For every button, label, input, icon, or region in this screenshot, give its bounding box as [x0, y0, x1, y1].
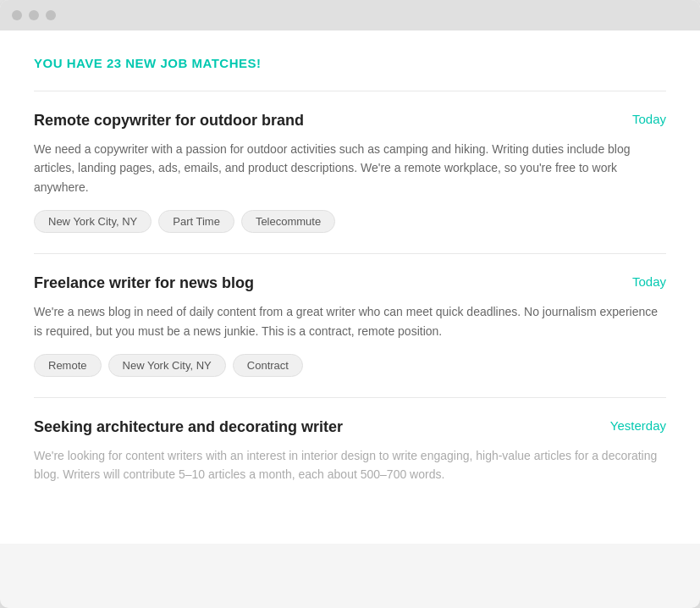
job-tags-2: RemoteNew York City, NYContract: [34, 354, 666, 377]
job-title-2: Freelance writer for news blog: [34, 274, 254, 292]
job-card-3[interactable]: Seeking architecture and decorating writ…: [34, 397, 666, 518]
job-title-1: Remote copywriter for outdoor brand: [34, 112, 304, 130]
tag-2-1[interactable]: New York City, NY: [108, 354, 226, 377]
job-header-3: Seeking architecture and decorating writ…: [34, 418, 666, 436]
job-card-2[interactable]: Freelance writer for news blogTodayWe're…: [34, 253, 666, 397]
job-date-3: Yesterday: [610, 418, 666, 433]
window-dot-2: [29, 10, 39, 20]
window-dot-3: [46, 10, 56, 20]
job-title-3: Seeking architecture and decorating writ…: [34, 418, 343, 436]
job-card-1[interactable]: Remote copywriter for outdoor brandToday…: [34, 91, 666, 253]
job-date-1: Today: [632, 112, 666, 126]
tag-2-2[interactable]: Contract: [233, 354, 303, 377]
tag-1-0[interactable]: New York City, NY: [34, 210, 152, 233]
job-tags-1: New York City, NYPart TimeTelecommute: [34, 210, 666, 233]
title-bar: [0, 0, 700, 30]
tag-2-0[interactable]: Remote: [34, 354, 102, 377]
tag-1-2[interactable]: Telecommute: [241, 210, 335, 233]
job-date-2: Today: [632, 274, 666, 289]
matches-header: YOU HAVE 23 NEW JOB MATCHES!: [34, 56, 666, 70]
tag-1-1[interactable]: Part Time: [158, 210, 234, 233]
app-window: YOU HAVE 23 NEW JOB MATCHES! Remote copy…: [0, 0, 700, 608]
job-description-2: We're a news blog in need of daily conte…: [34, 302, 666, 340]
content-area: YOU HAVE 23 NEW JOB MATCHES! Remote copy…: [0, 30, 700, 544]
window-dot-1: [12, 10, 22, 20]
jobs-list: Remote copywriter for outdoor brandToday…: [34, 91, 666, 518]
job-header-2: Freelance writer for news blogToday: [34, 274, 666, 292]
job-description-1: We need a copywriter with a passion for …: [34, 140, 666, 196]
job-header-1: Remote copywriter for outdoor brandToday: [34, 112, 666, 130]
job-description-3: We're looking for content writers with a…: [34, 446, 666, 484]
